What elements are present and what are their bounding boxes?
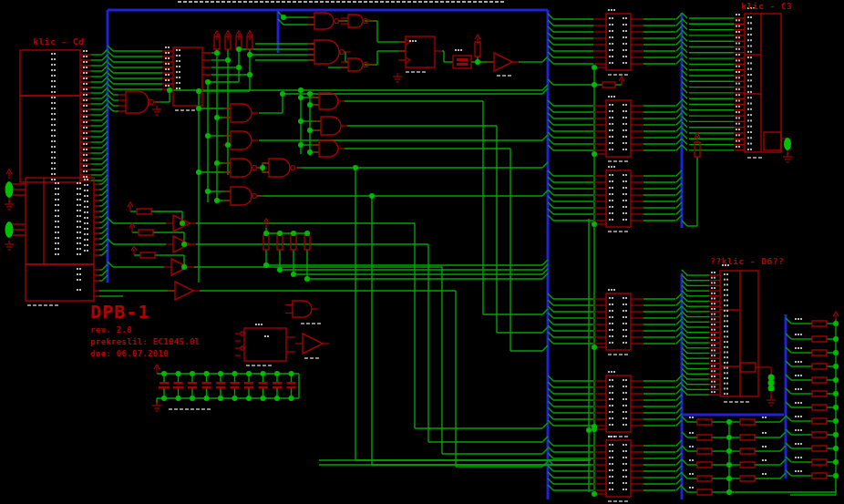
date-text: dne: 06.07.2010 — [90, 349, 200, 358]
capacitor-bank[interactable] — [159, 382, 296, 389]
connector-label-cd: klic - Cd — [33, 36, 84, 46]
schematic-canvas[interactable] — [0, 0, 844, 504]
nand-gate[interactable] — [223, 187, 263, 205]
ic-chip[interactable] — [593, 14, 643, 70]
ic-chip[interactable] — [593, 170, 643, 227]
components — [5, 13, 839, 497]
nand-gate[interactable] — [262, 159, 302, 177]
connector-klic-cd[interactable] — [5, 50, 95, 301]
buffer-gate[interactable] — [168, 282, 200, 300]
buffer-gate[interactable] — [166, 236, 196, 252]
buffer-gate[interactable] — [487, 53, 519, 71]
ic-chip[interactable] — [593, 440, 643, 497]
nand-gate[interactable] — [307, 13, 345, 29]
and-gate[interactable] — [285, 301, 318, 317]
nand-gate[interactable] — [223, 159, 263, 177]
author-text: prekreslil: EC1045.0l — [90, 337, 200, 346]
crystal-oscillator[interactable] — [453, 56, 471, 68]
ic-chip[interactable] — [593, 375, 643, 432]
buffer-gate[interactable] — [295, 334, 329, 354]
spare-flip-flop[interactable] — [235, 328, 295, 361]
ic-chip[interactable] — [593, 293, 643, 350]
ic-chip[interactable] — [593, 100, 643, 157]
and-gate[interactable] — [314, 117, 347, 135]
and-gate[interactable] — [312, 93, 345, 109]
and-gate[interactable] — [312, 140, 345, 157]
nand-gate[interactable] — [307, 40, 351, 64]
connector-label-c3: klic - C3 — [741, 1, 792, 11]
buffer-gate[interactable] — [164, 259, 194, 275]
title-block: DPB-1 rev. 2.0 prekreslil: EC1045.0l dne… — [90, 301, 200, 358]
connector-label-d6: ??klic - D6?? — [710, 256, 784, 266]
flip-flop[interactable] — [398, 36, 442, 67]
schematic-page: klic - Cd klic - C3 ??klic - D6?? DPB-1 … — [0, 0, 844, 504]
revision-text: rev. 2.0 — [90, 325, 200, 334]
schematic-title: DPB-1 — [90, 301, 200, 323]
